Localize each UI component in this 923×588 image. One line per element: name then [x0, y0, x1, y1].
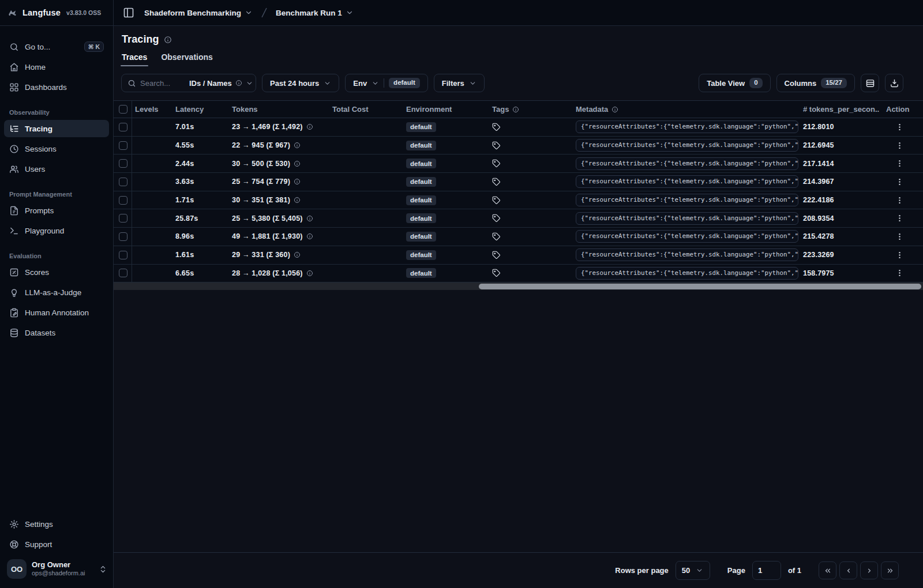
column-header-tokens-per-second[interactable]: # tokens_per_secon...	[800, 105, 879, 114]
sidebar-item-tracing[interactable]: Tracing	[4, 120, 109, 137]
column-header-total-cost[interactable]: Total Cost	[329, 105, 403, 114]
column-header-latency[interactable]: Latency	[172, 105, 229, 114]
kebab-menu-icon[interactable]	[895, 123, 904, 131]
kebab-menu-icon[interactable]	[895, 178, 904, 186]
tag-icon[interactable]	[492, 178, 501, 186]
sidebar-toggle-button[interactable]	[121, 5, 137, 21]
kebab-menu-icon[interactable]	[895, 159, 904, 168]
metadata-chip[interactable]: {"resourceAttributes":{"telemetry.sdk.la…	[576, 212, 798, 225]
kebab-menu-icon[interactable]	[895, 251, 904, 259]
row-checkbox[interactable]	[119, 159, 127, 168]
metadata-chip[interactable]: {"resourceAttributes":{"telemetry.sdk.la…	[576, 267, 798, 280]
table-row[interactable]: 1.61s 29 → 331 (Σ 360) default {"resourc…	[114, 246, 923, 265]
sidebar-item-home[interactable]: Home	[4, 58, 109, 76]
clipboard-pen-icon	[9, 308, 19, 318]
table-row[interactable]: 25.87s 25 → 5,380 (Σ 5,405) default {"re…	[114, 209, 923, 228]
row-checkbox[interactable]	[119, 123, 127, 131]
project-switcher[interactable]: Benchmark Run 1	[273, 6, 356, 20]
kebab-menu-icon[interactable]	[895, 214, 904, 223]
row-checkbox[interactable]	[119, 178, 127, 186]
last-page-button[interactable]	[881, 561, 899, 579]
sidebar-item-users[interactable]: Users	[4, 160, 109, 178]
kebab-menu-icon[interactable]	[895, 196, 904, 205]
sidebar-item-dashboards[interactable]: Dashboards	[4, 78, 109, 96]
metadata-chip[interactable]: {"resourceAttributes":{"telemetry.sdk.la…	[576, 194, 798, 206]
sidebar-item-scores[interactable]: Scores	[4, 263, 109, 281]
tags-cell	[489, 159, 573, 168]
tag-icon[interactable]	[492, 251, 501, 259]
table-row[interactable]: 6.65s 28 → 1,028 (Σ 1,056) default {"res…	[114, 265, 923, 283]
row-checkbox[interactable]	[119, 141, 127, 150]
column-header-tokens[interactable]: Tokens	[229, 105, 329, 114]
sidebar-item-playground[interactable]: Playground	[4, 222, 109, 239]
search-mode-dropdown[interactable]: IDs / Names	[189, 79, 253, 88]
row-checkbox[interactable]	[119, 251, 127, 259]
tag-icon[interactable]	[492, 159, 501, 168]
user-menu[interactable]: OO Org Owner ops@shadeform.ai	[0, 555, 113, 588]
table-row[interactable]: 7.01s 23 → 1,469 (Σ 1,492) default {"res…	[114, 118, 923, 137]
page-number-input[interactable]	[752, 561, 781, 580]
kebab-menu-icon[interactable]	[895, 232, 904, 241]
next-page-button[interactable]	[860, 561, 878, 579]
table-row[interactable]: 2.44s 30 → 500 (Σ 530) default {"resourc…	[114, 154, 923, 173]
kebab-menu-icon[interactable]	[895, 141, 904, 150]
metadata-chip[interactable]: {"resourceAttributes":{"telemetry.sdk.la…	[576, 230, 798, 243]
goto-search[interactable]: Go to... ⌘ K	[4, 38, 109, 55]
select-all-checkbox[interactable]	[119, 105, 127, 114]
sidebar-item-prompts[interactable]: Prompts	[4, 202, 109, 219]
sidebar-item-support[interactable]: Support	[4, 536, 109, 553]
tag-icon[interactable]	[492, 214, 501, 223]
table-row[interactable]: 1.71s 30 → 351 (Σ 381) default {"resourc…	[114, 191, 923, 210]
tag-icon[interactable]	[492, 196, 501, 205]
horizontal-scrollbar-thumb[interactable]	[479, 284, 921, 289]
export-button[interactable]	[885, 74, 903, 92]
table-row[interactable]: 3.63s 25 → 754 (Σ 779) default {"resourc…	[114, 173, 923, 191]
row-height-button[interactable]	[861, 74, 879, 92]
tag-icon[interactable]	[492, 141, 501, 150]
row-checkbox[interactable]	[119, 269, 127, 277]
time-range-dropdown[interactable]: Past 24 hours	[262, 74, 339, 92]
column-header-levels[interactable]: Levels	[132, 105, 172, 114]
search-input[interactable]	[140, 79, 185, 88]
column-header-tags[interactable]: Tags	[489, 105, 573, 114]
sidebar-item-settings[interactable]: Settings	[4, 516, 109, 533]
env-filter-dropdown[interactable]: Env default	[345, 74, 428, 92]
table-row[interactable]: 8.96s 49 → 1,881 (Σ 1,930) default {"res…	[114, 228, 923, 246]
filters-dropdown[interactable]: Filters	[434, 74, 485, 92]
metadata-chip[interactable]: {"resourceAttributes":{"telemetry.sdk.la…	[576, 248, 798, 261]
sidebar-item-human-annotation[interactable]: Human Annotation	[4, 304, 109, 321]
first-page-button[interactable]	[819, 561, 836, 579]
tokens-value: 30 → 351 (Σ 381)	[232, 196, 290, 204]
table-view-button[interactable]: Table View 0	[699, 74, 770, 92]
rows-per-page-select[interactable]: 50	[676, 561, 710, 580]
tag-icon[interactable]	[492, 269, 501, 277]
row-checkbox[interactable]	[119, 196, 127, 205]
org-switcher[interactable]: Shadeform Benchmarking	[142, 6, 255, 20]
table-header-row: Levels Latency Tokens Total Cost Environ…	[114, 101, 923, 118]
row-checkbox[interactable]	[119, 214, 127, 223]
previous-page-button[interactable]	[839, 561, 857, 579]
sidebar-item-datasets[interactable]: Datasets	[4, 324, 109, 341]
row-checkbox[interactable]	[119, 232, 127, 241]
tab-observations[interactable]: Observations	[161, 52, 212, 66]
metadata-chip[interactable]: {"resourceAttributes":{"telemetry.sdk.la…	[576, 139, 798, 152]
sidebar-item-llm-as-a-judge[interactable]: LLM-as-a-Judge	[4, 284, 109, 301]
horizontal-scrollbar-track[interactable]	[114, 282, 923, 290]
tag-icon[interactable]	[492, 123, 501, 131]
tag-icon[interactable]	[492, 232, 501, 241]
column-header-environment[interactable]: Environment	[403, 105, 489, 114]
sidebar-item-label: Sessions	[25, 145, 57, 153]
column-header-metadata[interactable]: Metadata	[573, 105, 800, 114]
info-icon	[306, 215, 313, 222]
terminal-icon	[9, 226, 19, 236]
columns-button[interactable]: Columns 15/27	[776, 74, 855, 92]
table-row[interactable]: 4.55s 22 → 945 (Σ 967) default {"resourc…	[114, 137, 923, 155]
metadata-cell: {"resourceAttributes":{"telemetry.sdk.la…	[573, 248, 800, 261]
info-icon	[306, 270, 313, 277]
metadata-chip[interactable]: {"resourceAttributes":{"telemetry.sdk.la…	[576, 120, 798, 133]
kebab-menu-icon[interactable]	[895, 269, 904, 277]
tab-traces[interactable]: Traces	[122, 52, 147, 66]
metadata-chip[interactable]: {"resourceAttributes":{"telemetry.sdk.la…	[576, 175, 798, 188]
metadata-chip[interactable]: {"resourceAttributes":{"telemetry.sdk.la…	[576, 157, 798, 170]
sidebar-item-sessions[interactable]: Sessions	[4, 140, 109, 157]
